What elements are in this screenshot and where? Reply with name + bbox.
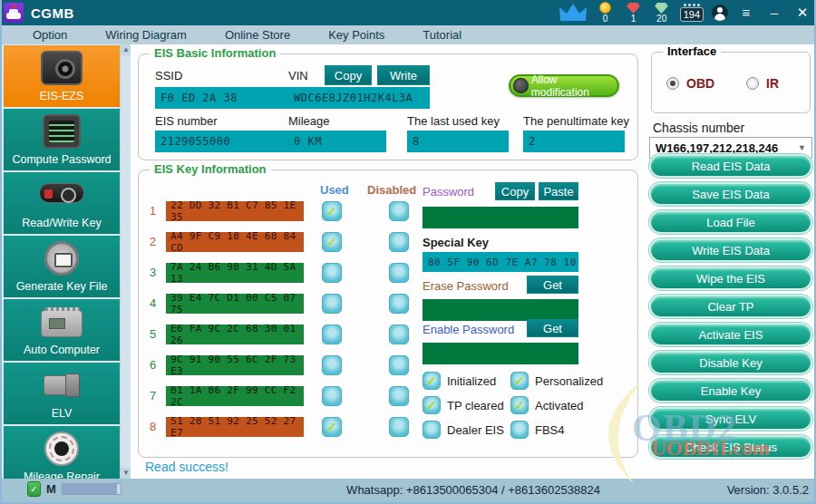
flag-tp-cleared[interactable]: ✓ TP cleared bbox=[423, 396, 510, 414]
minimize-button[interactable]: – bbox=[764, 1, 784, 24]
menu-option[interactable]: Option bbox=[33, 28, 67, 42]
enable-key-button[interactable]: Enable Key bbox=[649, 379, 812, 402]
disabled-checkbox[interactable]: ✓ bbox=[389, 294, 409, 314]
key-hex-field[interactable]: 22 DD 32 B1 C7 85 1E 35 bbox=[166, 201, 304, 221]
enable-password-field[interactable] bbox=[423, 343, 578, 364]
flag-activated[interactable]: ✓ Activated bbox=[510, 396, 628, 414]
sidebar-item-auto-computer[interactable]: Auto Computer bbox=[4, 299, 120, 361]
vin-write-button[interactable]: Write bbox=[377, 65, 430, 85]
red-gem-icon bbox=[627, 3, 640, 14]
eis-number-field[interactable]: 2129055000 bbox=[155, 131, 291, 152]
read-eis-data-button[interactable]: Read EIS Data bbox=[649, 154, 812, 178]
scroll-up-icon[interactable]: ▲ bbox=[121, 44, 131, 55]
flag-initialized[interactable]: ✓ Initialized bbox=[423, 372, 510, 390]
sidebar-item-mileage-repair[interactable]: Mileage Repair bbox=[4, 426, 120, 479]
ir-radio[interactable]: IR bbox=[746, 76, 779, 91]
disabled-header: Disabled bbox=[367, 183, 416, 197]
enable-password-get-button[interactable]: Get bbox=[527, 319, 578, 337]
key-hex-field[interactable]: 51 28 51 92 25 52 27 E7 bbox=[166, 417, 304, 437]
activate-eis-button[interactable]: Activate EIS bbox=[649, 323, 812, 346]
ssid-field[interactable]: F0 ED 2A 38 bbox=[155, 87, 291, 109]
sidebar-item-eis-ezs[interactable]: EIS-EZS bbox=[4, 45, 120, 107]
last-used-key-field[interactable]: 8 bbox=[407, 131, 509, 152]
disabled-checkbox[interactable]: ✓ bbox=[389, 417, 409, 437]
personalized-checkbox[interactable]: ✓ bbox=[510, 372, 529, 390]
scroll-down-icon[interactable]: ▼ bbox=[121, 468, 131, 479]
used-checkbox[interactable]: ✓ bbox=[322, 325, 342, 344]
green-gem-counter[interactable]: 20 bbox=[652, 3, 672, 24]
activated-checkbox[interactable]: ✓ bbox=[510, 396, 529, 414]
sidebar-item-elv[interactable]: ELV bbox=[4, 363, 120, 424]
app-window: CGMB 0 1 20 194 bbox=[0, 0, 816, 504]
flag-fbs4[interactable]: ✓ FBS4 bbox=[510, 421, 628, 439]
points-badge[interactable]: 194 bbox=[680, 4, 704, 22]
password-field[interactable] bbox=[423, 207, 578, 228]
menu-online-store[interactable]: Online Store bbox=[225, 28, 290, 42]
check-eis-status-button[interactable]: Check EIS Status bbox=[649, 435, 812, 459]
disabled-checkbox[interactable]: ✓ bbox=[389, 232, 409, 252]
menubar: Option Wiring Diagram Online Store Key P… bbox=[2, 25, 816, 44]
fbs4-checkbox[interactable]: ✓ bbox=[510, 421, 529, 439]
tp-cleared-checkbox[interactable]: ✓ bbox=[423, 396, 441, 414]
password-paste-button[interactable]: Paste bbox=[539, 182, 578, 200]
key-hex-field[interactable]: 39 E4 7C D1 00 C5 07 75 bbox=[166, 294, 304, 314]
coin-counter[interactable]: 0 bbox=[596, 2, 616, 24]
erase-password-get-button[interactable]: Get bbox=[527, 276, 578, 294]
used-checkbox[interactable]: ✓ bbox=[322, 263, 342, 283]
allow-modification-toggle[interactable]: Allow modification bbox=[509, 74, 619, 97]
key-hex-field[interactable]: A4 9F C9 18 4E 68 84 CD bbox=[166, 232, 304, 252]
initialized-checkbox[interactable]: ✓ bbox=[423, 372, 441, 390]
used-checkbox[interactable]: ✓ bbox=[322, 294, 342, 314]
coin-count: 0 bbox=[603, 15, 608, 24]
red-gem-counter[interactable]: 1 bbox=[624, 3, 644, 24]
write-eis-data-button[interactable]: Write EIS Data bbox=[649, 238, 812, 262]
used-checkbox[interactable]: ✓ bbox=[322, 232, 342, 252]
disabled-checkbox[interactable]: ✓ bbox=[389, 325, 409, 344]
ssid-label: SSID bbox=[155, 69, 182, 82]
used-checkbox[interactable]: ✓ bbox=[322, 417, 342, 437]
obd-radio[interactable]: OBD bbox=[666, 76, 714, 91]
menu-tutorial[interactable]: Tutorial bbox=[423, 28, 461, 42]
used-checkbox[interactable]: ✓ bbox=[322, 355, 342, 375]
sidebar-item-generate-key-file[interactable]: Generate Key File bbox=[4, 236, 120, 297]
special-key-field[interactable]: 80 5F 90 6D 7E A7 78 10 bbox=[423, 252, 578, 272]
used-checkbox[interactable]: ✓ bbox=[322, 386, 342, 406]
sync-elv-button[interactable]: Sync ELV bbox=[649, 407, 812, 431]
penultimate-key-field[interactable]: 2 bbox=[523, 131, 625, 152]
vin-copy-button[interactable]: Copy bbox=[325, 65, 372, 85]
vin-field[interactable]: WDC6E8JZ01H2K4L3A bbox=[288, 87, 430, 109]
key-hex-field[interactable]: E6 FA 9C 2C 68 30 01 26 bbox=[166, 325, 304, 344]
wipe-the-eis-button[interactable]: Wipe the EIS bbox=[649, 267, 812, 290]
password-label: Password bbox=[423, 185, 474, 199]
disabled-checkbox[interactable]: ✓ bbox=[389, 355, 409, 375]
crown-icon[interactable] bbox=[559, 3, 588, 23]
mileage-field[interactable]: 0 KM bbox=[288, 131, 386, 152]
user-avatar-icon[interactable] bbox=[712, 5, 728, 21]
menu-wiring-diagram[interactable]: Wiring Diagram bbox=[105, 28, 187, 42]
sidebar-scrollbar[interactable]: ▲ ▼ bbox=[120, 44, 131, 479]
key-hex-field[interactable]: B1 1A 86 2F 99 CC F2 2C bbox=[166, 386, 304, 406]
disabled-checkbox[interactable]: ✓ bbox=[389, 201, 409, 221]
erase-password-field[interactable] bbox=[423, 299, 578, 321]
close-button[interactable]: ✕ bbox=[792, 1, 812, 24]
hamburger-menu-icon[interactable]: ≡ bbox=[736, 1, 756, 24]
disabled-checkbox[interactable]: ✓ bbox=[389, 263, 409, 283]
disable-key-button[interactable]: Disable Key bbox=[649, 351, 812, 374]
password-copy-button[interactable]: Copy bbox=[495, 182, 535, 200]
flag-dealer-eis[interactable]: ✓ Dealer EIS bbox=[423, 421, 510, 439]
sidebar-item-read-write-key[interactable]: Read/Write Key bbox=[4, 172, 120, 234]
key-hex-field[interactable]: 7A 24 B6 98 31 4D 5A 13 bbox=[166, 263, 304, 283]
menu-key-points[interactable]: Key Points bbox=[328, 28, 384, 42]
device-check-icon: ✓ bbox=[27, 481, 41, 497]
key-hex-field[interactable]: 9C 91 90 55 6C 2F 73 E3 bbox=[166, 355, 304, 375]
toggle-knob-icon bbox=[513, 78, 529, 93]
sidebar-item-compute-password[interactable]: Compute Password bbox=[4, 109, 120, 170]
ecu-icon bbox=[41, 310, 83, 337]
clear-tp-button[interactable]: Clear TP bbox=[649, 295, 812, 318]
dealer-eis-checkbox[interactable]: ✓ bbox=[423, 421, 441, 439]
disabled-checkbox[interactable]: ✓ bbox=[389, 386, 409, 406]
used-checkbox[interactable]: ✓ bbox=[322, 201, 342, 221]
save-eis-data-button[interactable]: Save EIS Data bbox=[649, 182, 812, 206]
load-file-button[interactable]: Load File bbox=[649, 210, 812, 234]
flag-personalized[interactable]: ✓ Personalized bbox=[510, 372, 628, 390]
